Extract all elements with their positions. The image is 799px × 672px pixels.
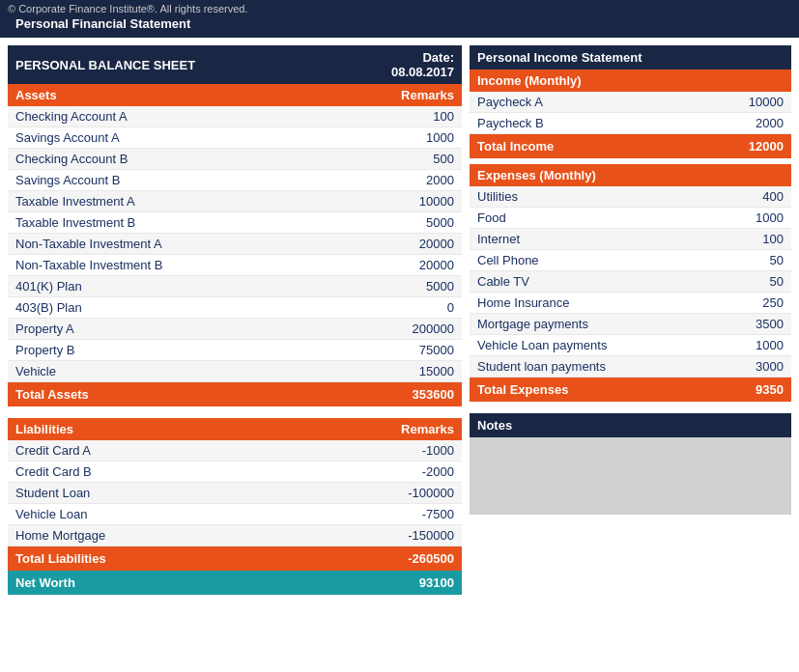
asset-name: 403(B) Plan [8, 297, 384, 319]
net-worth-label: Net Worth [8, 571, 385, 595]
total-income-value: 12000 [714, 134, 791, 159]
assets-col-label: Assets [8, 84, 384, 106]
assets-section: PERSONAL BALANCE SHEET Date: 08.08.2017 … [8, 45, 462, 406]
expenses-monthly-label: Expenses (Monthly) [470, 164, 791, 186]
liability-name: Vehicle Loan [8, 504, 385, 525]
expense-item-value: 50 [714, 271, 791, 293]
notes-body [470, 437, 791, 515]
balance-sheet-title: PERSONAL BALANCE SHEET [8, 45, 384, 84]
expense-item-name: Cable TV [470, 271, 714, 293]
expense-item-value: 250 [714, 293, 791, 314]
asset-row: 403(B) Plan 0 [8, 297, 462, 319]
total-liabilities-row: Total Liabilities -260500 [8, 546, 462, 572]
liability-name: Student Loan [8, 483, 385, 504]
expense-item-name: Vehicle Loan payments [470, 335, 714, 356]
total-expenses-label: Total Expenses [470, 378, 714, 403]
total-assets-label: Total Assets [8, 382, 384, 407]
expense-item-name: Food [470, 208, 714, 229]
liabilities-column-header: Liabilities Remarks [8, 418, 462, 440]
expense-item-name: Cell Phone [470, 250, 714, 271]
expense-row: Student loan payments 3000 [470, 356, 791, 378]
liability-value: -1000 [385, 440, 462, 462]
copyright-text: © Corporate Finance Institute®. All righ… [8, 3, 791, 14]
asset-row: Savings Account A 1000 [8, 127, 462, 149]
asset-name: Savings Account B [8, 170, 384, 191]
asset-row: Non-Taxable Investment B 20000 [8, 255, 462, 276]
asset-value: 1000 [384, 127, 462, 149]
asset-name: Taxable Investment A [8, 191, 384, 212]
expense-item-value: 100 [714, 229, 791, 250]
asset-row: Taxable Investment B 5000 [8, 212, 462, 234]
expense-item-value: 400 [714, 186, 791, 208]
liability-name: Home Mortgage [8, 525, 385, 546]
asset-value: 2000 [384, 170, 462, 191]
asset-name: Checking Account A [8, 106, 384, 127]
expense-item-value: 3000 [714, 356, 791, 378]
liability-name: Credit Card A [8, 440, 385, 462]
expense-row: Vehicle Loan payments 1000 [470, 335, 791, 356]
expense-item-name: Home Insurance [470, 293, 714, 314]
expense-row: Utilities 400 [470, 186, 791, 208]
liability-value: -2000 [385, 462, 462, 483]
assets-column-header: Assets Remarks [8, 84, 462, 106]
liability-row: Student Loan -100000 [8, 483, 462, 504]
asset-value: 75000 [384, 340, 462, 361]
net-worth-value: 93100 [385, 571, 462, 595]
asset-name: Property A [8, 319, 384, 340]
total-liabilities-label: Total Liabilities [8, 546, 385, 572]
total-expenses-value: 9350 [714, 378, 791, 403]
liability-value: -7500 [385, 504, 462, 525]
liability-value: -150000 [385, 525, 462, 546]
asset-value: 500 [384, 149, 462, 170]
income-monthly-header: Income (Monthly) [470, 70, 791, 92]
asset-row: Checking Account B 500 [8, 149, 462, 170]
asset-value: 10000 [384, 191, 462, 212]
asset-value: 15000 [384, 361, 462, 382]
liabilities-table: Liabilities Remarks Credit Card A -1000 … [8, 418, 462, 595]
liabilities-col-label: Liabilities [8, 418, 385, 440]
income-item-name: Paycheck A [470, 92, 714, 113]
income-statement-section: Personal Income Statement Income (Monthl… [470, 45, 791, 402]
income-row: Paycheck A 10000 [470, 92, 791, 113]
total-assets-row: Total Assets 353600 [8, 382, 462, 407]
liability-row: Vehicle Loan -7500 [8, 504, 462, 525]
expense-row: Home Insurance 250 [470, 293, 791, 314]
balance-sheet-date: Date: 08.08.2017 [384, 45, 462, 84]
total-assets-value: 353600 [384, 382, 462, 407]
expense-item-name: Mortgage payments [470, 314, 714, 335]
liability-row: Home Mortgage -150000 [8, 525, 462, 546]
asset-name: Vehicle [8, 361, 384, 382]
income-item-name: Paycheck B [470, 113, 714, 134]
total-expenses-row: Total Expenses 9350 [470, 378, 791, 403]
expense-item-name: Student loan payments [470, 356, 714, 378]
liability-row: Credit Card A -1000 [8, 440, 462, 462]
notes-section: Notes [470, 413, 791, 515]
asset-row: Savings Account B 2000 [8, 170, 462, 191]
asset-name: Property B [8, 340, 384, 361]
asset-name: Non-Taxable Investment A [8, 234, 384, 255]
income-statement-table: Personal Income Statement Income (Monthl… [470, 45, 791, 402]
liability-value: -100000 [385, 483, 462, 504]
asset-name: Savings Account A [8, 127, 384, 149]
income-statement-header: Personal Income Statement [470, 45, 791, 70]
net-worth-row: Net Worth 93100 [8, 571, 462, 595]
total-income-label: Total Income [470, 134, 714, 159]
asset-name: Checking Account B [8, 149, 384, 170]
expense-item-value: 1000 [714, 208, 791, 229]
asset-row: Property B 75000 [8, 340, 462, 361]
expense-item-name: Internet [470, 229, 714, 250]
expense-row: Cell Phone 50 [470, 250, 791, 271]
assets-table: PERSONAL BALANCE SHEET Date: 08.08.2017 … [8, 45, 462, 406]
expense-row: Cable TV 50 [470, 271, 791, 293]
asset-name: 401(K) Plan [8, 276, 384, 297]
asset-row: 401(K) Plan 5000 [8, 276, 462, 297]
expense-item-value: 3500 [714, 314, 791, 335]
notes-content[interactable] [470, 437, 791, 515]
income-monthly-label: Income (Monthly) [470, 70, 791, 92]
income-statement-title: Personal Income Statement [470, 45, 791, 70]
asset-row: Checking Account A 100 [8, 106, 462, 127]
asset-row: Taxable Investment A 10000 [8, 191, 462, 212]
balance-sheet-header: PERSONAL BALANCE SHEET Date: 08.08.2017 [8, 45, 462, 84]
total-income-row: Total Income 12000 [470, 134, 791, 159]
expense-row: Mortgage payments 3500 [470, 314, 791, 335]
